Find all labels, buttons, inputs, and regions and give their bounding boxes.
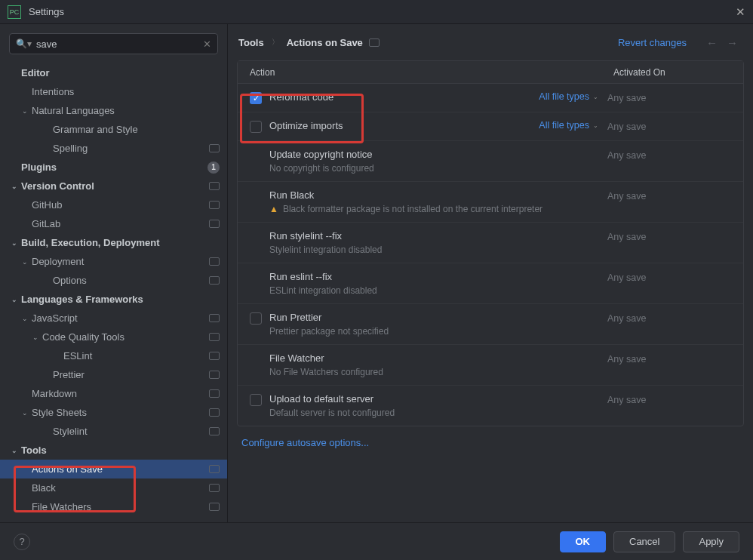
- clear-search-icon[interactable]: ✕: [203, 38, 211, 50]
- action-checkbox[interactable]: [250, 394, 262, 406]
- chevron-down-icon: ⌄: [9, 447, 20, 454]
- project-scope-icon: [369, 38, 380, 47]
- apply-button[interactable]: Apply: [683, 531, 739, 552]
- action-checkbox[interactable]: [250, 121, 262, 133]
- search-input[interactable]: 🔍▾ save ✕: [9, 33, 218, 54]
- breadcrumb-current: Actions on Save: [287, 37, 363, 48]
- revert-changes-link[interactable]: Revert changes: [618, 37, 687, 48]
- project-scope-icon: [209, 201, 220, 209]
- tree-item-options[interactable]: Options: [0, 271, 227, 290]
- activated-on-value: Any save: [607, 189, 743, 214]
- action-row: Update copyright noticeNo copyright is c…: [238, 141, 743, 182]
- sidebar: 🔍▾ save ✕ EditorIntentions⌄Natural Langu…: [0, 24, 228, 522]
- chevron-down-icon: ⌄: [593, 122, 598, 129]
- tree-item-stylelint[interactable]: Stylelint: [0, 422, 227, 441]
- app-icon: PC: [8, 5, 21, 19]
- project-scope-icon: [209, 427, 220, 435]
- tree-item-label: File Watchers: [32, 501, 204, 512]
- breadcrumb: Tools 〉 Actions on Save: [238, 37, 380, 48]
- action-row: ✓Reformat codeAll file types⌄Any save: [238, 84, 743, 112]
- nav-forward-icon[interactable]: →: [727, 36, 738, 49]
- tree-item-deployment[interactable]: ⌄Deployment: [0, 252, 227, 271]
- tree-item-intentions[interactable]: Intentions: [0, 82, 227, 101]
- action-subtitle: Default server is not configured: [269, 408, 395, 418]
- tree-item-plugins[interactable]: Plugins1: [0, 158, 227, 177]
- window-title: Settings: [29, 6, 64, 17]
- tree-item-label: Editor: [21, 67, 220, 78]
- action-title: Reformat code: [269, 91, 333, 103]
- main-panel: Tools 〉 Actions on Save Revert changes ←…: [228, 24, 753, 522]
- column-header-action: Action: [238, 67, 607, 78]
- action-title: Run Prettier: [269, 312, 389, 323]
- tree-item-file-watchers[interactable]: File Watchers: [0, 497, 227, 516]
- column-header-activated: Activated On: [607, 67, 743, 78]
- activated-on-value: Any save: [607, 312, 743, 337]
- breadcrumb-root[interactable]: Tools: [238, 37, 264, 48]
- project-scope-icon: [209, 465, 220, 473]
- tree-item-natural-languages[interactable]: ⌄Natural Languages: [0, 101, 227, 120]
- activated-on-value: Any save: [607, 271, 743, 296]
- help-icon[interactable]: ?: [14, 534, 30, 550]
- action-row: Run Black▲Black formatter package is not…: [238, 182, 743, 223]
- tree-item-spelling[interactable]: Spelling: [0, 139, 227, 158]
- tree-item-label: Code Quality Tools: [42, 331, 204, 343]
- action-title: Optimize imports: [269, 120, 343, 131]
- tree-item-gitlab[interactable]: GitLab: [0, 214, 227, 233]
- settings-tree: EditorIntentions⌄Natural LanguagesGramma…: [0, 63, 227, 522]
- tree-item-label: Black: [32, 482, 204, 494]
- tree-item-label: Spelling: [53, 143, 204, 154]
- tree-item-label: Version Control: [21, 180, 204, 192]
- close-icon[interactable]: ✕: [736, 5, 745, 19]
- tree-item-label: Tools: [21, 445, 220, 456]
- tree-item-label: Markdown: [32, 388, 204, 399]
- tree-item-markdown[interactable]: Markdown: [0, 384, 227, 403]
- project-scope-icon: [209, 371, 220, 379]
- dialog-footer: ? OK Cancel Apply: [0, 522, 753, 560]
- action-subtitle: ▲Black formatter package is not installe…: [269, 204, 542, 214]
- tree-item-build-execution-deployment[interactable]: ⌄Build, Execution, Deployment: [0, 233, 227, 252]
- tree-item-grammar-and-style[interactable]: Grammar and Style: [0, 120, 227, 139]
- activated-on-value: Any save: [607, 91, 743, 104]
- tree-item-version-control[interactable]: ⌄Version Control: [0, 177, 227, 195]
- tree-item-editor[interactable]: Editor: [0, 63, 227, 82]
- action-row: Run eslint --fixESLint integration disab…: [238, 263, 743, 304]
- action-subtitle: Prettier package not specified: [269, 326, 389, 337]
- tree-item-label: Deployment: [32, 256, 204, 267]
- tree-item-black[interactable]: Black: [0, 478, 227, 497]
- nav-back-icon[interactable]: ←: [706, 36, 718, 49]
- action-title: File Watcher: [269, 352, 383, 364]
- project-scope-icon: [209, 408, 220, 417]
- action-checkbox[interactable]: [250, 312, 262, 325]
- chevron-down-icon: ⌄: [20, 315, 30, 322]
- tree-item-code-quality-tools[interactable]: ⌄Code Quality Tools: [0, 328, 227, 346]
- tree-item-tools[interactable]: ⌄Tools: [0, 441, 227, 460]
- tree-item-label: Grammar and Style: [53, 124, 220, 135]
- tree-item-style-sheets[interactable]: ⌄Style Sheets: [0, 403, 227, 422]
- tree-item-languages-frameworks[interactable]: ⌄Languages & Frameworks: [0, 290, 227, 309]
- ok-button[interactable]: OK: [560, 531, 607, 552]
- file-types-dropdown[interactable]: All file types⌄: [539, 120, 598, 131]
- action-title: Update copyright notice: [269, 149, 374, 160]
- chevron-down-icon: ⌄: [20, 409, 30, 417]
- tree-item-prettier[interactable]: Prettier: [0, 365, 227, 384]
- titlebar: PC Settings ✕: [0, 0, 753, 24]
- action-row: Run PrettierPrettier package not specifi…: [238, 304, 743, 345]
- cancel-button[interactable]: Cancel: [613, 531, 675, 552]
- tree-item-actions-on-save[interactable]: Actions on Save: [0, 460, 227, 478]
- tree-item-label: Prettier: [53, 369, 204, 380]
- action-checkbox[interactable]: ✓: [250, 92, 262, 104]
- project-scope-icon: [209, 333, 220, 341]
- configure-autosave-link[interactable]: Configure autosave options...: [241, 437, 369, 448]
- tree-item-label: Plugins: [21, 162, 203, 173]
- tree-item-label: JavaScript: [32, 312, 204, 324]
- project-scope-icon: [209, 389, 220, 398]
- tree-item-github[interactable]: GitHub: [0, 195, 227, 214]
- action-subtitle: No File Watchers configured: [269, 367, 383, 377]
- tree-item-eslint[interactable]: ESLint: [0, 346, 227, 365]
- warning-icon: ▲: [269, 204, 278, 214]
- search-value: save: [36, 38, 203, 50]
- action-subtitle: Stylelint integration disabled: [269, 245, 382, 255]
- file-types-dropdown[interactable]: All file types⌄: [539, 91, 598, 102]
- activated-on-value: Any save: [607, 230, 743, 255]
- tree-item-javascript[interactable]: ⌄JavaScript: [0, 309, 227, 328]
